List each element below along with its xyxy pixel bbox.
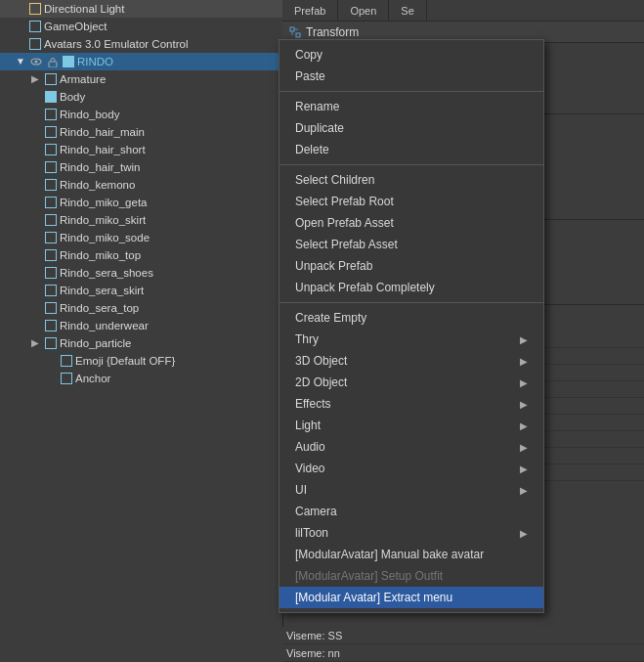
light-icon — [29, 3, 41, 15]
hierarchy-item-label: Rindo_underwear — [60, 320, 149, 331]
hierarchy-item-rindo-hair-main[interactable]: Rindo_hair_main — [0, 123, 282, 141]
arrow-down-icon: ▼ — [16, 56, 27, 67]
transform-title: Transform — [306, 25, 359, 39]
hierarchy-item-label: Rindo_hair_main — [60, 126, 145, 138]
hierarchy-item-rindo-miko-skirt[interactable]: Rindo_miko_skirt — [0, 211, 282, 229]
hierarchy-item-label: Rindo_kemono — [60, 179, 135, 191]
menu-copy[interactable]: Copy — [279, 44, 543, 66]
hierarchy-item-label: Rindo_miko_top — [60, 249, 141, 261]
hierarchy-item-emoji[interactable]: Emoji {Default OFF} — [0, 352, 282, 370]
menu-ma-setup-outfit: [ModularAvatar] Setup Outfit — [279, 565, 543, 587]
hierarchy-item-label: Directional Light — [44, 3, 124, 15]
hierarchy-item-label: Rindo_particle — [60, 337, 132, 349]
menu-unpack-prefab-label: Unpack Prefab — [295, 259, 372, 273]
hierarchy-item-label: Rindo_miko_sode — [60, 232, 150, 243]
hierarchy-item-rindo-sera-top[interactable]: Rindo_sera_top — [0, 299, 282, 317]
hierarchy-item-rindo-body[interactable]: Rindo_body — [0, 106, 282, 123]
menu-ma-manual-bake[interactable]: [ModularAvatar] Manual bake avatar — [279, 544, 543, 565]
menu-3d-object-label: 3D Object — [295, 354, 347, 368]
menu-light-label: Light — [295, 419, 321, 432]
hierarchy-item-rindo-hair-twin[interactable]: Rindo_hair_twin — [0, 158, 282, 176]
menu-unpack-prefab-completely[interactable]: Unpack Prefab Completely — [279, 277, 543, 298]
svg-point-1 — [35, 61, 38, 64]
menu-unpack-prefab[interactable]: Unpack Prefab — [279, 255, 543, 277]
ui-arrow: ▶ — [520, 485, 528, 496]
menu-open-prefab-asset[interactable]: Open Prefab Asset — [279, 212, 543, 234]
tab-prefab[interactable]: Prefab — [282, 0, 338, 22]
menu-delete[interactable]: Delete — [279, 139, 543, 160]
menu-ma-extract-menu[interactable]: [Modular Avatar] Extract menu — [279, 587, 543, 608]
menu-select-children[interactable]: Select Children — [279, 169, 543, 191]
tab-open[interactable]: Open — [338, 0, 389, 22]
menu-ma-extract-menu-label: [Modular Avatar] Extract menu — [295, 591, 452, 604]
hierarchy-item-rindo-particle[interactable]: ▶ Rindo_particle — [0, 334, 282, 352]
hierarchy-item-label: Rindo_sera_shoes — [60, 267, 153, 279]
hierarchy-item-directional-light[interactable]: Directional Light — [0, 0, 282, 18]
spacer-icon — [47, 373, 59, 384]
cube-icon — [45, 126, 57, 138]
cube-icon — [61, 373, 72, 384]
hierarchy-item-rindo-hair-short[interactable]: Rindo_hair_short — [0, 141, 282, 158]
menu-effects[interactable]: Effects ▶ — [279, 393, 543, 415]
hierarchy-item-label: Rindo_body — [60, 109, 119, 120]
hierarchy-item-gameobject[interactable]: GameObject — [0, 18, 282, 35]
cube-icon — [45, 267, 57, 279]
hierarchy-item-rindo-sera-shoes[interactable]: Rindo_sera_shoes — [0, 264, 282, 282]
menu-ui[interactable]: UI ▶ — [279, 479, 543, 501]
hierarchy-item-rindo-underwear[interactable]: Rindo_underwear — [0, 317, 282, 334]
hierarchy-item-rindo-miko-geta[interactable]: Rindo_miko_geta — [0, 194, 282, 211]
menu-camera[interactable]: Camera — [279, 501, 543, 522]
hierarchy-item-label: GameObject — [44, 21, 107, 32]
hierarchy-item-label: Avatars 3.0 Emulator Control — [44, 38, 188, 50]
menu-select-prefab-root[interactable]: Select Prefab Root — [279, 191, 543, 212]
viseme-nn-label: Viseme: nn — [286, 647, 340, 659]
hierarchy-item-label: Rindo_miko_geta — [60, 197, 148, 208]
video-arrow: ▶ — [520, 463, 528, 474]
hierarchy-item-rindo-kemono[interactable]: Rindo_kemono — [0, 176, 282, 194]
menu-2d-object[interactable]: 2D Object ▶ — [279, 372, 543, 393]
hierarchy-item-label: Anchor — [75, 373, 110, 384]
menu-liltoon[interactable]: lilToon ▶ — [279, 522, 543, 544]
cube-icon — [29, 38, 41, 50]
menu-thry[interactable]: Thry ▶ — [279, 329, 543, 350]
hierarchy-item-rindo[interactable]: ▼ RINDO — [0, 53, 282, 70]
menu-create-empty[interactable]: Create Empty — [279, 307, 543, 329]
cube-icon — [61, 355, 72, 367]
hierarchy-item-avatars-emulator[interactable]: Avatars 3.0 Emulator Control — [0, 35, 282, 53]
cube-icon — [45, 249, 57, 261]
menu-light[interactable]: Light ▶ — [279, 415, 543, 436]
menu-thry-label: Thry — [295, 332, 319, 346]
3d-object-arrow: ▶ — [520, 356, 528, 367]
hierarchy-item-rindo-miko-sode[interactable]: Rindo_miko_sode — [0, 229, 282, 246]
hierarchy-item-rindo-miko-top[interactable]: Rindo_miko_top — [0, 246, 282, 264]
cube-icon — [45, 232, 57, 243]
menu-video-label: Video — [295, 462, 324, 475]
menu-audio-label: Audio — [295, 440, 325, 454]
hierarchy-item-rindo-sera-skirt[interactable]: Rindo_sera_skirt — [0, 282, 282, 299]
menu-duplicate[interactable]: Duplicate — [279, 117, 543, 139]
hierarchy-item-label: Emoji {Default OFF} — [75, 355, 175, 367]
thry-arrow: ▶ — [520, 334, 528, 345]
eye-icon — [29, 55, 43, 68]
menu-select-prefab-asset[interactable]: Select Prefab Asset — [279, 234, 543, 255]
cube-icon — [29, 21, 41, 32]
menu-ma-manual-bake-label: [ModularAvatar] Manual bake avatar — [295, 548, 484, 561]
spacer-icon — [16, 3, 27, 15]
menu-liltoon-label: lilToon — [295, 526, 328, 540]
menu-select-prefab-root-label: Select Prefab Root — [295, 195, 394, 208]
spacer-icon — [31, 197, 43, 208]
menu-video[interactable]: Video ▶ — [279, 458, 543, 479]
tab-sep[interactable]: Se — [389, 0, 426, 22]
hierarchy-item-label: Rindo_miko_skirt — [60, 214, 146, 226]
cube-icon — [45, 179, 57, 191]
hierarchy-item-body[interactable]: Body — [0, 88, 282, 106]
effects-arrow: ▶ — [520, 399, 528, 410]
menu-3d-object[interactable]: 3D Object ▶ — [279, 350, 543, 372]
menu-rename[interactable]: Rename — [279, 96, 543, 117]
hierarchy-item-armature[interactable]: ▶ Armature — [0, 70, 282, 88]
menu-paste[interactable]: Paste — [279, 66, 543, 87]
spacer-icon — [31, 267, 43, 279]
hierarchy-item-anchor[interactable]: Anchor — [0, 370, 282, 387]
cube-icon — [45, 214, 57, 226]
menu-audio[interactable]: Audio ▶ — [279, 436, 543, 458]
